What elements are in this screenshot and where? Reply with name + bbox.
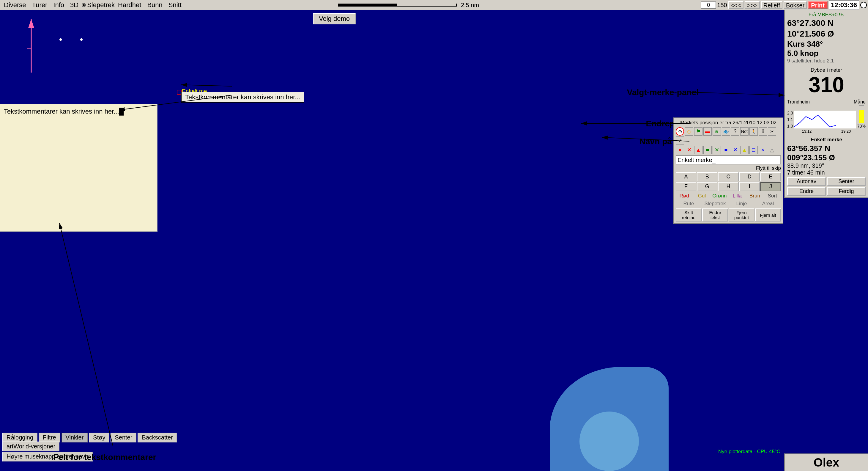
olex-brand: Olex (784, 453, 868, 471)
landmass2 (580, 412, 639, 471)
tab-vinkler[interactable]: Vinkler (62, 433, 88, 442)
scale-bar: 2,5 nm (113, 0, 702, 10)
color-rod[interactable]: Rød (676, 193, 693, 200)
edit-panel-title: Merkets posisjon er fra 26/1-2010 12:03:… (676, 120, 781, 126)
letter-I[interactable]: I (739, 182, 760, 191)
letter-H[interactable]: H (718, 182, 738, 191)
relief-button[interactable]: Relieff (761, 1, 782, 9)
letter-F[interactable]: F (676, 182, 696, 191)
letter-C[interactable]: C (718, 172, 738, 181)
edit-panel: Merkets posisjon er fra 26/1-2010 12:03:… (673, 117, 783, 224)
endre-button[interactable]: Endre (787, 187, 826, 196)
color-sort[interactable]: Sort (764, 193, 781, 200)
icon-row-2: ● ✕ ▲ ■ ✕ ■ ✕ ▲ □ × △ (676, 146, 781, 154)
color-gronn[interactable]: Grønn (711, 193, 728, 200)
selected-mark-time: 7 timer 46 min (787, 169, 866, 176)
text-annotation-area[interactable]: Tekstkommentarer kan skrives inn her...█ (0, 104, 157, 232)
icon-person[interactable]: 🚶 (749, 127, 758, 136)
tab-senter[interactable]: Senter (111, 433, 136, 442)
fjern-alt-button[interactable]: Fjern alt (755, 208, 781, 222)
print-button[interactable]: Print (808, 1, 828, 9)
shape-slepetrek[interactable]: Slepetrek (702, 200, 728, 207)
letter-G[interactable]: G (697, 182, 717, 191)
selected-mark-title: Enkelt merke (787, 137, 866, 143)
depth-min-input[interactable] (701, 1, 716, 9)
letter-A[interactable]: A (676, 172, 696, 181)
shape-areal[interactable]: Areal (755, 200, 781, 207)
menu-diverse[interactable]: Diverse (1, 0, 29, 10)
icon-red-x[interactable]: ✕ (685, 146, 693, 154)
ferdig-button[interactable]: Ferdig (827, 187, 866, 196)
color-brun[interactable]: Brun (746, 193, 763, 200)
icon-circle-red[interactable]: ⊙ (676, 127, 684, 136)
letter-E[interactable]: E (761, 172, 781, 181)
icon-not[interactable]: Not (740, 127, 748, 136)
autonav-button[interactable]: Autonav (787, 177, 826, 186)
icon-blue-sq[interactable]: ■ (722, 146, 730, 154)
icon-white-tri[interactable]: △ (768, 146, 776, 154)
icon-blue-x2[interactable]: ✕ (731, 146, 739, 154)
version-button[interactable]: artWorld-versjoner (2, 442, 59, 451)
tide-x-1: 13:12 (802, 129, 812, 134)
letter-J[interactable]: J (761, 182, 781, 191)
tide-title-right: Måne (854, 99, 866, 105)
menu-slepetrek-radio[interactable]: Slepetrek (82, 1, 115, 9)
icon-red-circle2[interactable]: ● (676, 146, 684, 154)
icon-arrow-right[interactable]: ↗ (676, 137, 684, 145)
icon-diamond-orange[interactable]: ◇ (685, 127, 693, 136)
icon-green-x[interactable]: ✕ (713, 146, 721, 154)
scale-label: 2,5 nm (461, 2, 479, 9)
senter-button[interactable]: Senter (827, 177, 866, 186)
gps-lat: 63°27.300 N (787, 18, 866, 29)
icon-rect-red[interactable]: ▬ (703, 127, 712, 136)
marker-dot[interactable] (177, 90, 182, 94)
nav-prev-button[interactable]: <<< (728, 1, 743, 9)
text-annotation-content: Tekstkommentarer kan skrives inn her...█ (4, 108, 124, 115)
menu-3d[interactable]: 3D (67, 0, 81, 10)
endre-tekst-button[interactable]: Endre tekst (702, 208, 728, 222)
right-controls: 150 <<< >>> Relieff Bokser Print 12:03:3… (701, 0, 868, 10)
color-lilla[interactable]: Lilla (728, 193, 746, 200)
icon-yellow-tri[interactable]: ▲ (740, 146, 748, 154)
tide-y-mid: 1.1 (787, 117, 793, 122)
icon-flag-green[interactable]: ⚑ (694, 127, 703, 136)
bokser-button[interactable]: Bokser (784, 1, 807, 9)
icon-question[interactable]: ? (731, 127, 739, 136)
scale-line (338, 4, 457, 6)
tide-title-left: Trondheim (787, 99, 810, 105)
gps-lon: 10°21.506 Ø (787, 29, 866, 39)
icon-dots[interactable]: ⁑ (758, 127, 767, 136)
tab-stoy[interactable]: Støy (89, 433, 110, 442)
selected-mark-lon: 009°23.155 Ø (787, 153, 866, 163)
nav-next-button[interactable]: >>> (745, 1, 760, 9)
tide-x-2: 19:20 (841, 129, 851, 134)
icon-red-tri[interactable]: ▲ (694, 146, 703, 154)
menu-turer[interactable]: Turer (29, 0, 50, 10)
letter-D[interactable]: D (739, 172, 760, 181)
icon-green-rect[interactable]: ■ (703, 146, 712, 154)
velg-demo-button[interactable]: Velg demo (313, 13, 356, 24)
icon-fish[interactable]: 🐟 (722, 127, 730, 136)
icon-lines-green[interactable]: ≋ (713, 127, 721, 136)
menu-info[interactable]: Info (51, 0, 67, 10)
icon-cross-diag[interactable]: ✂ (768, 127, 776, 136)
menu-bar: Diverse Turer Info 3D Slepetrek Hardhet … (0, 0, 868, 10)
fjern-punkt-button[interactable]: Fjern punktet (728, 208, 754, 222)
shape-linje[interactable]: Linje (728, 200, 754, 207)
tab-backscatter[interactable]: Backscatter (137, 433, 177, 442)
depth-value: 310 (787, 73, 866, 97)
depth-label: Dybde i meter (787, 67, 866, 73)
icon-blue-x3[interactable]: × (758, 146, 767, 154)
icon-row-1: ⊙ ◇ ⚑ ▬ ≋ 🐟 ? Not 🚶 ⁑ ✂ ↗ (676, 127, 781, 145)
color-gul[interactable]: Gul (693, 193, 710, 200)
icon-blue-sq2[interactable]: □ (749, 146, 758, 154)
map-dot-2 (80, 38, 83, 41)
main-map[interactable]: Velg demo Enkelt me… Tekstkommentarer ka… (0, 10, 669, 471)
mark-name-input[interactable] (676, 155, 781, 165)
radio-dot-slepetrek (82, 3, 86, 7)
selected-mark-lat: 63°56.357 N (787, 144, 866, 153)
letter-B[interactable]: B (697, 172, 717, 181)
marker-tooltip-text: Tekstkommentarer kan skrives inn her... (185, 93, 301, 101)
skift-retning-button[interactable]: Skift retnine (676, 208, 702, 222)
shape-rute[interactable]: Rute (676, 200, 702, 207)
